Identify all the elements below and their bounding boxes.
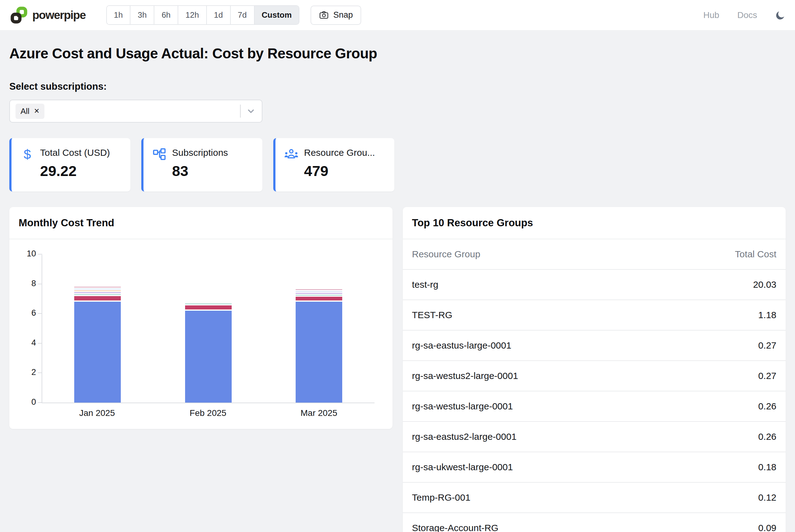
y-axis-tick: 4 — [38, 343, 42, 344]
total-cost-cell: 1.18 — [661, 300, 786, 330]
time-range-1h[interactable]: 1h — [107, 6, 131, 24]
camera-icon — [319, 10, 329, 20]
brand-name: powerpipe — [32, 9, 86, 22]
resource-table-body: test-rg20.03TEST-RG1.18rg-sa-eastus-larg… — [403, 269, 786, 532]
y-axis-tick: 6 — [38, 313, 42, 314]
snap-label: Snap — [333, 10, 353, 20]
table-title: Top 10 Resource Groups — [403, 207, 786, 239]
bar-segment-pink[interactable] — [296, 289, 342, 290]
time-range-1d[interactable]: 1d — [207, 6, 231, 24]
bar-segment-teal[interactable] — [185, 304, 232, 304]
table-row: rg-sa-ukwest-large-00010.18 — [403, 452, 786, 482]
y-axis-tick: 8 — [38, 284, 42, 284]
table-row: Temp-RG-0010.12 — [403, 482, 786, 513]
bar-slot — [153, 255, 264, 403]
y-axis-tick: 10 — [38, 254, 42, 254]
bar-segment-blue[interactable] — [185, 311, 232, 403]
y-axis-tick: 2 — [38, 373, 42, 373]
resource-group-cell: Storage-Account-RG — [403, 513, 662, 532]
subscriptions-select[interactable]: All ✕ — [9, 100, 262, 122]
people-icon — [284, 148, 298, 162]
resource-group-cell: test-rg — [403, 269, 662, 300]
bar-segment-teal[interactable] — [74, 294, 121, 295]
bar-segment-blue[interactable] — [296, 302, 342, 403]
chevron-down-icon[interactable] — [246, 106, 256, 116]
bar-segment-crimson[interactable] — [74, 296, 121, 301]
time-range-12h[interactable]: 12h — [178, 6, 206, 24]
snap-button[interactable]: Snap — [311, 5, 361, 25]
stat-label: Total Cost (USD) — [40, 148, 110, 158]
stat-card-total-cost: $ Total Cost (USD) 29.22 — [9, 138, 130, 191]
time-range-3h[interactable]: 3h — [130, 6, 154, 24]
stat-value: 479 — [304, 162, 375, 179]
total-cost-cell: 0.26 — [661, 391, 786, 421]
top-resource-groups-card: Top 10 Resource Groups Resource Group To… — [403, 207, 786, 532]
bar-segment-purple[interactable] — [74, 292, 121, 293]
x-axis-labels: Jan 2025Feb 2025Mar 2025 — [42, 408, 374, 418]
bar-segment-light-blue[interactable] — [296, 291, 342, 292]
table-header-row: Resource Group Total Cost — [403, 239, 786, 269]
time-range-group: 1h 3h 6h 12h 1d 7d Custom — [106, 5, 300, 25]
x-axis-label: Mar 2025 — [263, 408, 374, 418]
bar-segment-crimson[interactable] — [185, 305, 232, 309]
resource-group-cell: rg-sa-westus-large-0001 — [403, 391, 662, 421]
stat-label: Subscriptions — [172, 148, 228, 158]
bar-segment-orange[interactable] — [74, 290, 121, 291]
moon-icon[interactable] — [775, 10, 786, 20]
stat-label: Resource Grou... — [304, 148, 375, 158]
remove-tag-icon[interactable]: ✕ — [34, 108, 39, 115]
y-axis-tick-label: 0 — [31, 397, 36, 407]
resource-group-cell: rg-sa-eastus2-large-0001 — [403, 421, 662, 452]
selected-tag-all[interactable]: All ✕ — [16, 104, 44, 119]
x-axis-label: Feb 2025 — [152, 408, 263, 418]
resource-group-cell: Temp-RG-001 — [403, 482, 662, 513]
bar-segment-blue[interactable] — [74, 302, 121, 403]
bar-segment-light-blue[interactable] — [74, 289, 121, 289]
bar-stack — [74, 287, 121, 403]
table-row: rg-sa-eastus-large-00010.27 — [403, 330, 786, 361]
stat-card-resource-groups: Resource Grou... 479 — [273, 138, 394, 191]
stats-row: $ Total Cost (USD) 29.22 Subscriptions 8… — [9, 138, 786, 191]
bar-stack — [185, 304, 232, 403]
resource-group-cell: rg-sa-ukwest-large-0001 — [403, 452, 662, 482]
chart-plot: 0246810 — [42, 255, 374, 403]
bar-segment-pink[interactable] — [74, 287, 121, 287]
stat-value: 29.22 — [40, 162, 110, 179]
bar-segment-crimson[interactable] — [296, 297, 342, 301]
header-links: Hub Docs — [703, 10, 786, 20]
time-range-custom[interactable]: Custom — [255, 6, 299, 24]
bar-slot — [264, 255, 374, 403]
y-axis-tick-label: 2 — [31, 367, 36, 377]
brand[interactable]: powerpipe — [9, 5, 86, 25]
selected-tag-label: All — [20, 107, 30, 116]
page-title: Azure Cost and Usage Actual: Cost by Res… — [9, 45, 786, 62]
powerpipe-logo-icon — [9, 5, 29, 25]
resource-groups-table: Resource Group Total Cost test-rg20.03TE… — [403, 239, 786, 532]
total-cost-cell: 0.27 — [661, 330, 786, 361]
table-row: Storage-Account-RG0.09 — [403, 513, 786, 532]
bar-segment-teal[interactable] — [296, 295, 342, 296]
y-axis-tick-label: 8 — [31, 279, 36, 288]
subscriptions-filter-label: Select subscriptions: — [9, 81, 786, 92]
nav-docs-link[interactable]: Docs — [737, 10, 757, 20]
time-range-7d[interactable]: 7d — [231, 6, 255, 24]
total-cost-cell: 0.27 — [661, 361, 786, 391]
chart-title: Monthly Cost Trend — [9, 207, 392, 239]
y-axis-tick-label: 10 — [27, 249, 36, 259]
bar-stack — [296, 289, 342, 403]
select-controls — [240, 104, 256, 118]
time-range-6h[interactable]: 6h — [154, 6, 178, 24]
y-axis-tick: 0 — [38, 402, 42, 403]
total-cost-cell: 0.18 — [661, 452, 786, 482]
total-cost-cell: 0.12 — [661, 482, 786, 513]
nav-hub-link[interactable]: Hub — [703, 10, 719, 20]
resource-group-cell: rg-sa-westus2-large-0001 — [403, 361, 662, 391]
bar-segment-purple[interactable] — [296, 293, 342, 293]
table-row: rg-sa-eastus2-large-00010.26 — [403, 421, 786, 452]
table-row: test-rg20.03 — [403, 269, 786, 300]
monthly-cost-trend-card: Monthly Cost Trend 0246810 Jan 2025Feb 2… — [9, 207, 392, 429]
dollar-icon: $ — [20, 148, 35, 162]
table-row: TEST-RG1.18 — [403, 300, 786, 330]
column-header-resource-group: Resource Group — [403, 239, 662, 269]
hierarchy-icon — [152, 148, 166, 162]
